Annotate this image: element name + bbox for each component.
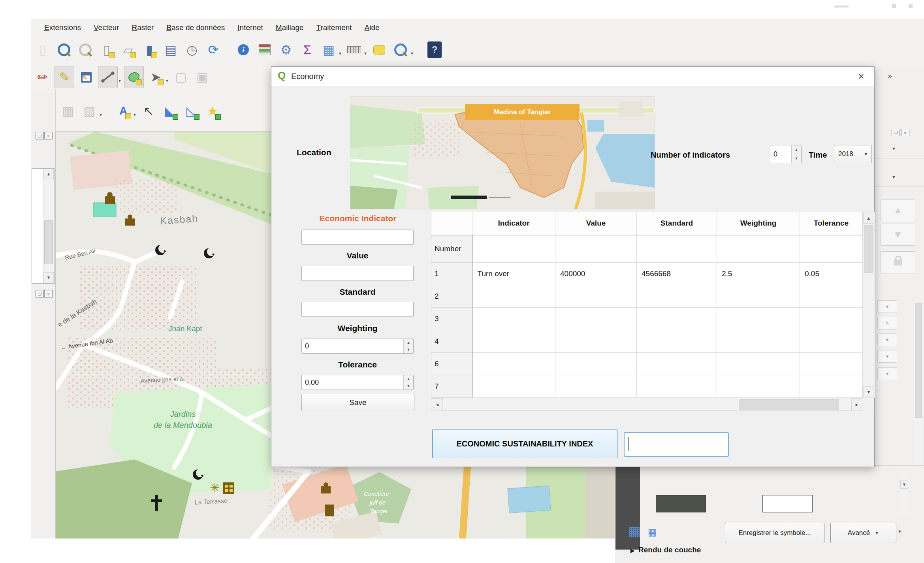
table-cell[interactable] [637, 375, 717, 398]
table-cell[interactable] [555, 285, 637, 308]
measure-icon-dropdown[interactable]: ▾ [364, 51, 367, 56]
open-table-icon[interactable]: ▦ [319, 39, 338, 60]
row-header[interactable]: 6 [431, 353, 472, 375]
current-edits-icon[interactable]: ✏ [33, 66, 52, 88]
table-cell[interactable] [637, 285, 717, 308]
table-cell[interactable] [800, 308, 863, 330]
symbol-grid-icon[interactable]: ▦ [628, 524, 641, 538]
menu-item-maillage[interactable]: Maillage [276, 23, 304, 32]
data-defined-button[interactable]: ▼ [877, 300, 897, 313]
table-cell[interactable] [637, 353, 717, 375]
save-symbol-button[interactable]: Enregistrer le symbole... [725, 523, 824, 543]
symbol-preview-outline[interactable] [762, 495, 813, 512]
move-up-button[interactable]: ▲ [881, 199, 915, 221]
zoom-search-icon-dropdown[interactable]: ▾ [411, 51, 413, 56]
table-cell[interactable] [472, 285, 555, 308]
standard-input[interactable] [301, 302, 414, 317]
table-cell[interactable] [472, 375, 555, 398]
esi-result-input[interactable] [624, 432, 729, 457]
zoom-last-icon[interactable] [55, 39, 73, 60]
table-cell[interactable] [555, 375, 637, 398]
add-polygon-feature-icon[interactable] [124, 66, 144, 88]
dialog-titlebar[interactable]: Q Economy × [271, 67, 874, 86]
scroll-down-icon[interactable]: ▼ [900, 480, 908, 489]
diagram-options-icon[interactable]: ▦ [58, 100, 77, 122]
table-cell[interactable]: 0.05 [800, 263, 863, 285]
scroll-thumb[interactable] [915, 303, 922, 418]
spinner-arrows-icon[interactable]: ▲▼ [403, 339, 413, 353]
cut-features-icon[interactable]: ▢ [171, 66, 190, 88]
value-input[interactable] [301, 266, 414, 281]
table-cell[interactable] [800, 235, 863, 263]
move-down-button[interactable]: ▼ [881, 224, 915, 246]
open-attribute-table-icon[interactable] [255, 39, 274, 60]
spinner-arrows-icon[interactable]: ▲▼ [403, 375, 413, 390]
chevron-down-icon[interactable]: ▼ [898, 529, 902, 534]
column-header-weighting[interactable]: Weighting [717, 212, 800, 235]
dock-close-icon[interactable]: × [44, 290, 53, 298]
column-header-standard[interactable]: Standard [637, 212, 717, 235]
table-cell[interactable]: Turn over [472, 263, 555, 285]
weighting-spinner[interactable]: 0 ▲▼ [301, 339, 414, 354]
menu-item-traitement[interactable]: Traitement [316, 23, 352, 32]
scroll-down-icon[interactable]: ▼ [863, 386, 874, 397]
symbol-preview-filled[interactable] [656, 495, 706, 512]
column-header-tolerance[interactable]: Tolerance [800, 212, 863, 235]
layer-diagram-icon-dropdown[interactable]: ▾ [100, 112, 102, 117]
table-cell[interactable] [555, 330, 637, 353]
new-geopackage-layer-icon[interactable]: ▯ [97, 39, 116, 60]
row-header[interactable]: 3 [431, 308, 472, 330]
row-header[interactable]: 7 [431, 375, 472, 398]
map-tips-icon[interactable] [370, 39, 389, 60]
data-defined-button[interactable]: ▼ [877, 333, 897, 346]
menu-item-base-de-donn-es[interactable]: Base de données [166, 23, 225, 32]
save-layer-edits-icon[interactable]: ✎ [77, 66, 96, 88]
table-cell[interactable] [472, 235, 555, 263]
scroll-right-icon[interactable]: ► [851, 398, 862, 411]
data-defined-button[interactable]: ▼ [877, 350, 897, 363]
digitize-segment-icon[interactable] [98, 66, 118, 88]
identify-features-icon[interactable]: i [234, 39, 253, 60]
table-cell[interactable]: 2.5 [717, 263, 800, 285]
dock-scrollbar[interactable]: ▲ ▼ [43, 169, 54, 282]
symbol-grid-small-icon[interactable]: ▦ [648, 527, 657, 537]
dock-close-icon[interactable]: × [44, 132, 53, 139]
new-shapefile-layer-icon[interactable]: ▱ [119, 39, 137, 60]
table-cell[interactable] [717, 353, 800, 375]
add-part-icon[interactable]: ◺ [182, 100, 201, 122]
table-cell[interactable] [800, 330, 863, 353]
indicators-spinner[interactable]: 0 ▲▼ [770, 145, 802, 163]
scroll-thumb[interactable] [44, 220, 53, 264]
statistical-summary-icon[interactable]: Σ [298, 39, 317, 60]
measure-icon[interactable] [344, 39, 363, 60]
close-icon[interactable]: × [854, 70, 869, 83]
dock-listbox[interactable]: ▲ ▼ [32, 168, 55, 284]
scroll-thumb[interactable] [740, 399, 839, 410]
layer-labeling-icon-dropdown[interactable]: ▾ [134, 112, 136, 117]
indicator-input[interactable] [301, 230, 414, 245]
table-cell[interactable] [717, 375, 800, 398]
scroll-up-icon[interactable]: ▲ [43, 169, 54, 179]
table-cell[interactable] [472, 330, 555, 353]
table-cell[interactable] [800, 285, 863, 308]
scroll-up-icon[interactable]: ▲ [863, 213, 874, 224]
table-cell[interactable] [555, 308, 637, 330]
table-cell[interactable] [472, 308, 555, 330]
scroll-left-icon[interactable]: ◄ [432, 398, 443, 411]
add-ring-icon[interactable]: ◣ [160, 100, 179, 122]
vertex-tool-icon[interactable]: ➤ [146, 66, 165, 88]
combo-stub[interactable]: ▼ [874, 168, 924, 187]
combo-stub[interactable]: ▼ [874, 140, 924, 158]
layer-diagram-icon[interactable]: ▧ [80, 100, 99, 122]
table-cell[interactable] [717, 235, 800, 263]
vertex-tool-icon-dropdown[interactable]: ▾ [166, 78, 168, 83]
zoom-search-icon[interactable] [391, 39, 410, 60]
open-table-icon-dropdown[interactable]: ▾ [339, 51, 341, 56]
table-cell[interactable] [555, 353, 637, 375]
table-cell[interactable]: 4566668 [637, 263, 717, 285]
refresh-icon[interactable]: ⟳ [204, 39, 223, 60]
table-cell[interactable] [637, 235, 717, 263]
table-cell[interactable] [800, 375, 863, 398]
menu-item-raster[interactable]: Raster [132, 23, 154, 32]
dock-float-icon[interactable]: ❏ [36, 290, 44, 298]
